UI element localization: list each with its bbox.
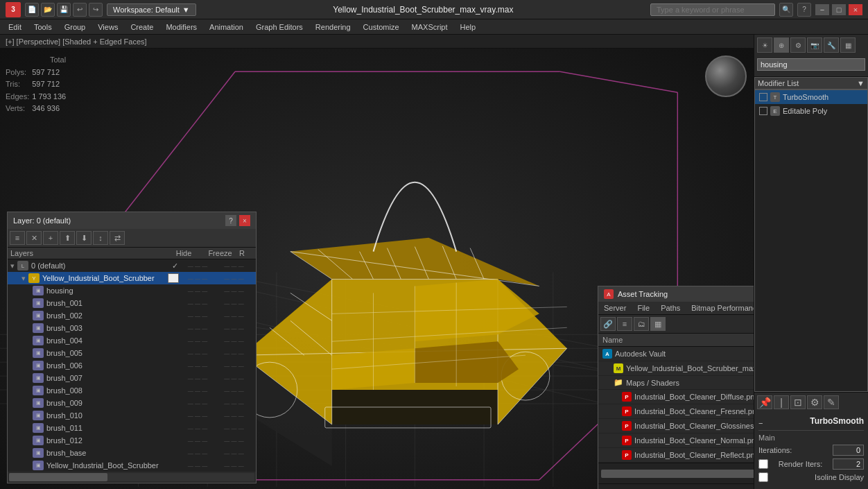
list-item[interactable]: ▣ housing — — — — — — (8, 284, 256, 297)
menu-customize[interactable]: Customize (358, 22, 405, 33)
menu-rendering[interactable]: Rendering (310, 22, 356, 33)
mod-checkbox[interactable] (759, 93, 767, 101)
menu-tools[interactable]: Tools (28, 22, 58, 33)
mod-pipe-btn[interactable]: | (774, 395, 789, 409)
list-item[interactable]: P Industrial_Boot_Cleaner_Fresnel.png Fo… (598, 404, 754, 419)
mod-pin-btn[interactable]: 📌 (757, 395, 772, 409)
list-item[interactable]: ▣ brush_005 — — — — — — (8, 347, 256, 359)
list-item[interactable]: ▾ L 0 (default) ✓ — — — — — — (8, 259, 256, 272)
list-item[interactable]: P Industrial_Boot_Cleaner_Glossiness.png… (598, 419, 754, 434)
list-item[interactable]: ▣ brush_008 — — — — — — (8, 384, 256, 397)
maximize-button[interactable]: □ (832, 4, 846, 15)
object-name-input[interactable] (757, 58, 865, 71)
list-item[interactable]: ▣ brush_009 — — — — — — (8, 397, 256, 409)
list-item[interactable]: ▣ brush_011 — — — — — — (8, 422, 256, 434)
asset-menu-bitmap[interactable]: Bitmap Performance and Memory (686, 302, 754, 314)
viewport-gizmo[interactable] (705, 55, 747, 97)
list-item[interactable]: P Industrial_Boot_Cleaner_Normal.png Fou… (598, 434, 754, 448)
layer-toolbar-btn-1[interactable]: ≡ (10, 231, 25, 245)
modifier-item-turbosmooth[interactable]: T TurboSmooth (755, 90, 867, 104)
asset-menu-server[interactable]: Server (598, 302, 632, 314)
save-icon[interactable]: 💾 (57, 3, 71, 17)
list-item[interactable]: ▣ brush_003 — — — — — — (8, 322, 256, 334)
asset-panel-titlebar[interactable]: A Asset Tracking − □ × (598, 286, 754, 302)
render-iters-input[interactable] (833, 458, 864, 470)
iterations-input[interactable] (833, 445, 864, 456)
list-item[interactable]: 📁 Maps / Shaders (598, 376, 754, 390)
layer-name: brush_004 (46, 336, 180, 345)
layer-box (168, 273, 179, 283)
list-item[interactable]: ▣ brush_010 — — — — — — (8, 409, 256, 422)
modifier-name: TurboSmooth (783, 93, 828, 101)
list-item[interactable]: ▣ brush_004 — — — — — — (8, 334, 256, 347)
new-icon[interactable]: 📄 (25, 3, 39, 17)
undo-icon[interactable]: ↩ (73, 3, 87, 17)
mod-obj-btn[interactable]: ⊡ (790, 395, 806, 409)
menu-help[interactable]: Help (455, 22, 482, 33)
isoline-checkbox[interactable] (758, 472, 768, 482)
asset-scrollbar[interactable] (601, 470, 754, 478)
menu-modifiers[interactable]: Modifiers (160, 22, 202, 33)
png-icon: P (622, 421, 632, 431)
menu-graph-editors[interactable]: Graph Editors (250, 22, 309, 33)
asset-toolbar-btn-2[interactable]: ≡ (617, 317, 632, 331)
asset-toolbar-btn-1[interactable]: 🔗 (600, 317, 616, 331)
layer-toolbar-btn-6[interactable]: ⇄ (110, 231, 125, 245)
modifier-item-editable-poly[interactable]: E Editable Poly (755, 104, 867, 118)
list-item[interactable]: ▣ brush_012 — — — — — — (8, 434, 256, 447)
list-item[interactable]: ▣ brush_001 — — — — — — (8, 297, 256, 309)
list-item[interactable]: M Yellow_Industrial_Boot_Scrubber_max_vr… (598, 361, 754, 376)
modifier-list-dropdown[interactable]: Modifier List ▼ (754, 77, 868, 89)
minimize-button[interactable]: − (815, 4, 829, 15)
rp-icon-5[interactable]: 🔧 (824, 37, 839, 53)
render-iters-checkbox[interactable] (758, 459, 768, 469)
list-item[interactable]: P Industrial_Boot_Cleaner_Diffuse.png Fo… (598, 390, 754, 404)
layer-toolbar-btn-4[interactable]: ⬇ (76, 231, 92, 245)
layer-scrollbar[interactable] (9, 473, 254, 481)
layer-toolbar-btn-3[interactable]: ⬆ (60, 231, 75, 245)
workspace-selector[interactable]: Workspace: Default ▼ (107, 3, 196, 16)
list-item[interactable]: P Industrial_Boot_Cleaner_Reflect.png Fo… (598, 448, 754, 463)
list-item[interactable]: ▣ brush_007 — — — — — — (8, 372, 256, 384)
search-icon[interactable]: 🔍 (779, 3, 793, 17)
asset-toolbar-btn-4[interactable]: ▦ (650, 317, 666, 331)
asset-toolbar-btn-3[interactable]: 🗂 (634, 317, 649, 331)
menu-edit[interactable]: Edit (3, 22, 27, 33)
layer-panel-close-button[interactable]: × (239, 215, 250, 226)
layer-panel-titlebar[interactable]: Layer: 0 (default) ? × (8, 212, 256, 229)
polys-value: 597 712 (32, 67, 69, 79)
rp-icon-1[interactable]: ☀ (757, 37, 772, 53)
asset-menu-file[interactable]: File (632, 302, 655, 314)
redo-icon[interactable]: ↪ (89, 3, 103, 17)
close-button[interactable]: × (849, 4, 862, 15)
layer-toolbar-btn-5[interactable]: ↕ (93, 231, 108, 245)
layer-toolbar-btn-2[interactable]: ✕ (26, 231, 42, 245)
rp-icon-6[interactable]: ▦ (840, 37, 856, 53)
rp-icon-4[interactable]: 📷 (807, 37, 822, 53)
menu-create[interactable]: Create (125, 22, 159, 33)
list-item[interactable]: ▣ Yellow_Industrial_Boot_Scrubber — — — … (8, 459, 256, 472)
list-item[interactable]: A Autodesk Vault Logged O (598, 347, 754, 361)
menu-group[interactable]: Group (59, 22, 92, 33)
turbosmooth-header[interactable]: − TurboSmooth (758, 416, 864, 431)
rp-icon-3[interactable]: ⚙ (790, 37, 806, 53)
list-item[interactable]: ▣ brush_base — — — — — — (8, 447, 256, 459)
menu-animation[interactable]: Animation (204, 22, 249, 33)
menu-maxscript[interactable]: MAXScript (406, 22, 453, 33)
asset-menu-paths[interactable]: Paths (655, 302, 686, 314)
menu-views[interactable]: Views (92, 22, 123, 33)
list-item[interactable]: ▣ brush_006 — — — — — — (8, 359, 256, 372)
open-icon[interactable]: 📂 (41, 3, 55, 17)
list-item[interactable]: ▣ brush_002 — — — — — — (8, 309, 256, 322)
layer-toolbar-add[interactable]: + (43, 231, 58, 245)
mod-link-btn[interactable]: ⚙ (807, 395, 822, 409)
list-item[interactable]: ▾ Y Yellow_Industrial_Boot_Scrubber — — … (8, 272, 256, 284)
mod-edit-btn[interactable]: ✎ (824, 395, 839, 409)
mod-checkbox[interactable] (759, 107, 767, 115)
layer-panel-help-button[interactable]: ? (225, 215, 236, 226)
search-input[interactable] (650, 3, 775, 16)
help-icon[interactable]: ? (797, 3, 811, 17)
rp-icon-2[interactable]: ⊕ (774, 37, 789, 53)
viewport[interactable]: [+] [Perspective] [Shaded + Edged Faces] (0, 35, 754, 489)
viewport-label[interactable]: [+] [Perspective] [Shaded + Edged Faces] (0, 35, 754, 49)
